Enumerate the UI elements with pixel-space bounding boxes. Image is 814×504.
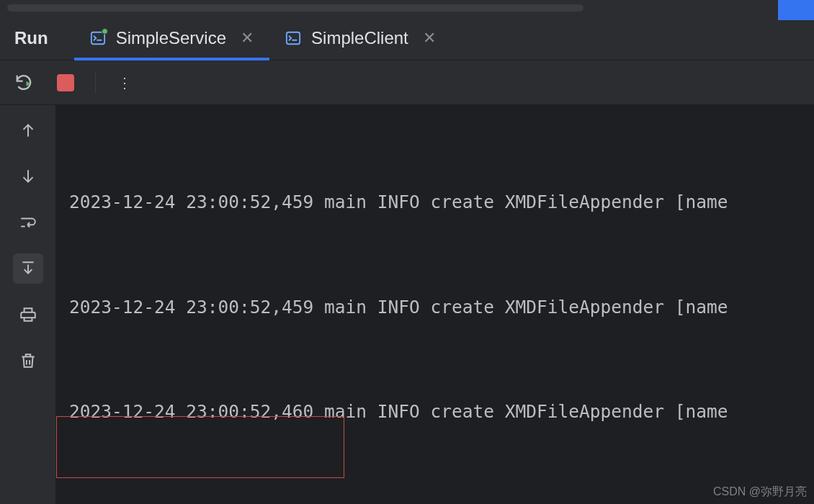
run-panel-label: Run [14, 28, 48, 48]
top-scrollbar-area: 27 [0, 0, 814, 16]
delete-button[interactable] [13, 346, 43, 376]
horizontal-scrollbar[interactable] [7, 4, 583, 12]
log-line: 2023-12-24 23:00:52,459 main INFO create… [69, 290, 814, 325]
terminal-icon [90, 30, 106, 46]
scroll-up-button[interactable] [13, 115, 43, 145]
console-output[interactable]: 2023-12-24 23:00:52,459 main INFO create… [56, 105, 814, 504]
rerun-button[interactable] [12, 71, 36, 95]
close-icon[interactable]: ✕ [241, 29, 254, 48]
running-indicator-dot [102, 28, 108, 35]
log-line: 2023-12-24 23:00:52,459 main INFO create… [69, 185, 814, 220]
toolbar-separator [95, 72, 96, 94]
tab-title: SimpleClient [311, 28, 408, 48]
watermark: CSDN @弥野月亮 [713, 485, 807, 500]
console-gutter [0, 105, 56, 504]
print-button[interactable] [13, 300, 43, 330]
soft-wrap-button[interactable] [13, 207, 43, 238]
console-body: 2023-12-24 23:00:52,459 main INFO create… [0, 105, 814, 504]
run-tab-row: Run SimpleService ✕ SimpleClient ✕ [0, 16, 814, 60]
tab-simpleclient[interactable]: SimpleClient ✕ [269, 16, 452, 60]
scroll-down-button[interactable] [13, 161, 43, 192]
log-line: 2023-12-24 23:00:52,461 main INFO create… [69, 500, 814, 505]
tab-simpleservice[interactable]: SimpleService ✕ [74, 16, 269, 60]
vertical-dots-icon: ⋮ [117, 74, 133, 91]
stop-icon [57, 74, 74, 91]
scroll-to-end-button[interactable] [13, 253, 43, 284]
tab-title: SimpleService [116, 28, 226, 48]
window-accent [778, 0, 814, 20]
close-icon[interactable]: ✕ [423, 29, 436, 48]
stop-button[interactable] [53, 71, 78, 95]
more-actions-button[interactable]: ⋮ [113, 71, 138, 95]
svg-rect-1 [287, 32, 300, 44]
run-toolbar: ⋮ [0, 60, 814, 105]
terminal-icon [285, 30, 301, 46]
log-line: 2023-12-24 23:00:52,460 main INFO create… [69, 395, 814, 430]
